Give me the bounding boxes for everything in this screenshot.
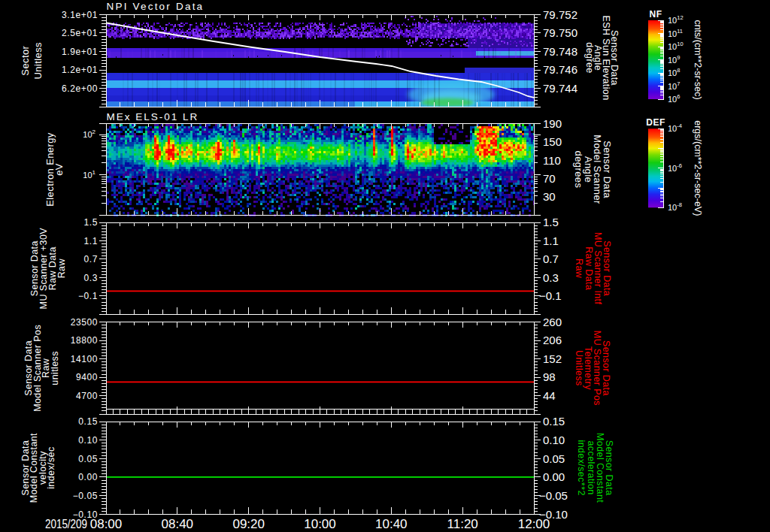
svg-text:12:00: 12:00 [518,517,550,531]
svg-text:10:40: 10:40 [375,517,408,531]
svg-text:150: 150 [543,135,562,148]
svg-text:−0.1: −0.1 [539,289,562,302]
svg-text:2.5e+01: 2.5e+01 [62,28,98,38]
svg-text:ergs/(cm**2-sr-sec-eV): ergs/(cm**2-sr-sec-eV) [693,120,703,216]
svg-text:−0.1: −0.1 [78,291,98,301]
svg-text:1.1: 1.1 [543,234,559,247]
svg-text:NPI Vector Data: NPI Vector Data [107,1,205,12]
svg-text:0.15: 0.15 [543,415,565,428]
svg-text:0.05: 0.05 [543,452,565,465]
svg-text:0.7: 0.7 [543,252,559,265]
svg-text:0.00: 0.00 [543,470,565,483]
svg-text:9400: 9400 [76,372,98,382]
svg-text:09:20: 09:20 [232,517,265,531]
svg-text:3.1e+01: 3.1e+01 [62,10,98,20]
svg-text:110: 110 [543,154,561,167]
svg-text:1.2e+01: 1.2e+01 [62,65,98,75]
svg-text:cnts/(cm**2-sr-sec): cnts/(cm**2-sr-sec) [693,20,703,99]
svg-text:Sensor DataModel Constantaccel: Sensor DataModel Constantaccelerationind… [576,433,614,503]
svg-text:0.15: 0.15 [78,416,98,427]
svg-text:08:40: 08:40 [162,517,194,531]
svg-text:152: 152 [543,352,562,365]
svg-text:79.750: 79.750 [543,26,578,39]
svg-text:0.05: 0.05 [78,454,98,464]
svg-text:0.3: 0.3 [543,271,559,284]
svg-text:0.00: 0.00 [78,472,98,482]
svg-text:260: 260 [543,316,562,328]
svg-text:44: 44 [543,389,556,402]
svg-text:1.5: 1.5 [84,217,98,228]
svg-text:18800: 18800 [71,335,98,346]
svg-text:0.10: 0.10 [543,434,565,446]
svg-text:2015/209: 2015/209 [45,517,87,531]
svg-text:1.1: 1.1 [84,236,98,246]
svg-text:79.744: 79.744 [543,82,578,95]
svg-text:−0.05: −0.05 [539,489,568,502]
svg-text:MEx ELS-01 LR: MEx ELS-01 LR [107,111,199,122]
svg-text:190: 190 [543,117,562,130]
svg-text:98: 98 [543,370,556,383]
svg-text:206: 206 [543,334,562,346]
svg-text:NF: NF [650,9,662,20]
svg-text:30: 30 [543,190,556,203]
svg-text:−0.05: −0.05 [73,491,98,501]
svg-text:1.9e+01: 1.9e+01 [62,47,98,57]
svg-text:23500: 23500 [71,317,98,328]
svg-text:08:00: 08:00 [90,517,123,531]
svg-text:10:00: 10:00 [304,517,336,531]
svg-text:4700: 4700 [76,391,98,401]
svg-text:6.2e+00: 6.2e+00 [62,83,98,94]
svg-text:70: 70 [543,172,556,185]
svg-text:79.748: 79.748 [543,45,578,58]
svg-text:0.3: 0.3 [84,273,98,283]
svg-text:0.10: 0.10 [78,435,98,446]
svg-text:1.5: 1.5 [543,216,559,228]
svg-text:79.746: 79.746 [543,63,578,76]
svg-text:11:20: 11:20 [447,517,478,531]
svg-text:14100: 14100 [71,354,98,364]
svg-text:0.7: 0.7 [84,254,98,264]
svg-text:DEF: DEF [646,117,665,128]
svg-text:79.752: 79.752 [543,8,578,21]
